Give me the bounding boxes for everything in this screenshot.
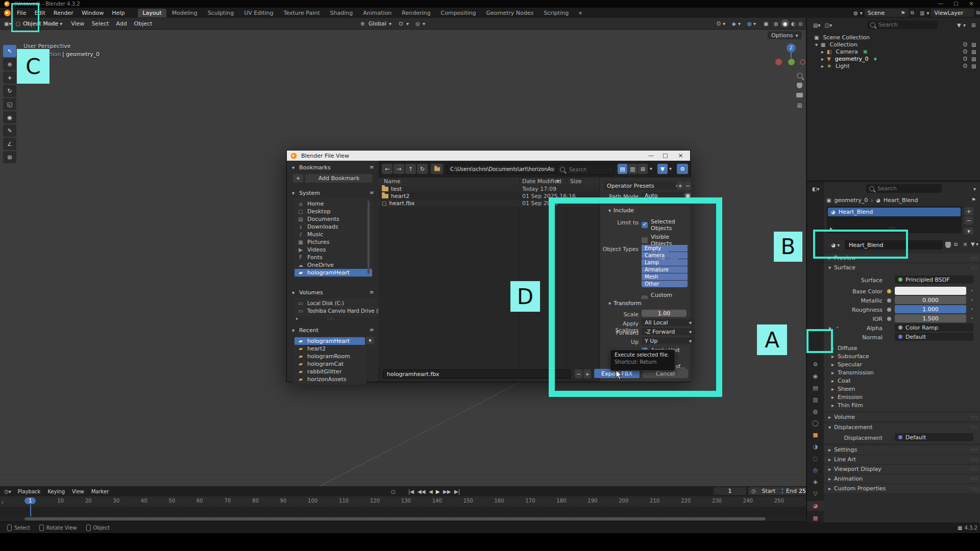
- unlink-material-icon[interactable]: ×: [963, 241, 968, 248]
- frame-number[interactable]: 80: [252, 498, 259, 504]
- slot-specials-button[interactable]: ▾: [964, 228, 973, 235]
- workspace-tab[interactable]: Animation: [358, 9, 396, 17]
- recent-item[interactable]: ▰rabbitGlitter: [295, 368, 365, 375]
- filter-toggle-button[interactable]: ▼: [657, 164, 668, 174]
- frame-number[interactable]: 20: [85, 498, 92, 504]
- bookmark-item[interactable]: ▰hologramHeart: [295, 269, 372, 277]
- recent-options-button[interactable]: ▾: [366, 337, 374, 344]
- new-folder-button[interactable]: [431, 164, 443, 174]
- copy-viewlayer-icon[interactable]: ⧉: [976, 10, 979, 16]
- animate-dot[interactable]: •: [971, 288, 973, 293]
- workspace-tab[interactable]: Geometry Nodes: [481, 9, 538, 17]
- collapsed-panel-header[interactable]: ▸Viewport Display∷∷: [824, 465, 980, 473]
- bookmark-item[interactable]: ▤Documents: [295, 215, 372, 223]
- view-horizontal-list-button[interactable]: ▥: [628, 164, 638, 174]
- collapsed-panel-header[interactable]: ▸Animation∷∷: [824, 474, 980, 483]
- timeline-menu-item[interactable]: Playback: [14, 489, 44, 494]
- collapse-icon[interactable]: ▾: [292, 190, 295, 196]
- scene-tab[interactable]: ◍: [807, 408, 824, 415]
- outliner-row-collection[interactable]: ▾ ▦ Collection ʘ ▨: [807, 41, 980, 48]
- dialog-close-button[interactable]: ×: [678, 152, 683, 159]
- frame-number[interactable]: 1: [24, 497, 36, 504]
- column-name[interactable]: Name: [384, 178, 400, 185]
- frame-number[interactable]: 190: [587, 498, 597, 504]
- outliner-row-light[interactable]: ▸ ☀ Light ʘ ▨: [807, 62, 980, 69]
- outliner-row-scene-collection[interactable]: ▣ Scene Collection: [807, 34, 980, 41]
- properties-editor-icon[interactable]: ◧: [812, 186, 817, 192]
- workspace-tab[interactable]: Modeling: [167, 9, 202, 17]
- timeline-scrollbar[interactable]: [24, 517, 766, 520]
- auto-key-icon[interactable]: ○: [391, 489, 396, 494]
- jump-to-end-icon[interactable]: ▶|: [454, 489, 460, 494]
- outliner-row-geometry[interactable]: ▸ ▼ geometry_0 ◈ ʘ ▨: [807, 55, 980, 62]
- hide-eye-icon[interactable]: ʘ: [963, 56, 967, 62]
- displacement-panel-header[interactable]: ▾Displacement∷∷: [824, 423, 980, 432]
- surface-shader-field[interactable]: Principled BSDF: [895, 276, 973, 284]
- world-tab[interactable]: ◯: [807, 420, 824, 427]
- gizmo-x-neg-axis[interactable]: [800, 59, 805, 65]
- normal-field[interactable]: Default: [895, 333, 973, 341]
- outliner-row-camera[interactable]: ▸ ◧ Camera ▣ ʘ ▨: [807, 48, 980, 55]
- visibility-icon[interactable]: ʘ: [717, 21, 721, 27]
- ior-slider[interactable]: 1.500: [895, 314, 966, 322]
- subsection-header[interactable]: ▸Transmission: [824, 368, 980, 377]
- column-size[interactable]: Size: [570, 178, 582, 185]
- constraints-tab[interactable]: ◈: [807, 479, 824, 485]
- disable-render-icon[interactable]: ▨: [971, 49, 976, 55]
- bookmark-item[interactable]: ▦Pictures: [295, 238, 372, 246]
- subsection-header[interactable]: ▸Emission: [824, 393, 980, 401]
- viewport-menu-item[interactable]: Add: [112, 20, 130, 27]
- dialog-minimize-button[interactable]: —: [648, 152, 654, 159]
- subsection-header[interactable]: ▸Subsurface: [824, 352, 980, 360]
- physics-tab[interactable]: ◎: [807, 467, 824, 473]
- frame-number[interactable]: 70: [224, 498, 231, 504]
- material-slot-selected[interactable]: ◕ Heart_Blend: [828, 208, 961, 216]
- timeline-menu-item[interactable]: Keying: [44, 489, 68, 494]
- frame-number[interactable]: 180: [556, 498, 566, 504]
- view-thumbnails-button[interactable]: ⊞: [638, 164, 648, 174]
- volume-item[interactable]: ▭Toshiba Canvio Hard Drive (D:): [295, 307, 376, 315]
- frame-number[interactable]: 220: [681, 498, 691, 504]
- filter-icon[interactable]: ▼: [971, 241, 975, 247]
- roughness-slider[interactable]: 1.000: [895, 305, 966, 313]
- panel-expand-icon[interactable]: ›: [2, 499, 4, 505]
- object-tab[interactable]: ■: [807, 432, 824, 438]
- timeline-menu-item[interactable]: View: [68, 489, 88, 494]
- blender-menu-icon[interactable]: [4, 10, 11, 16]
- menu-item[interactable]: Help: [108, 10, 129, 16]
- particles-tab[interactable]: ◌: [807, 455, 824, 462]
- fake-user-shield-icon[interactable]: [945, 242, 951, 248]
- duplicate-material-icon[interactable]: ⧉: [954, 241, 958, 247]
- animate-dot[interactable]: •: [971, 307, 973, 312]
- collapse-icon[interactable]: ▾: [292, 165, 295, 170]
- hide-eye-icon[interactable]: ʘ: [963, 63, 967, 69]
- annotate-tool-button[interactable]: ✎: [3, 124, 16, 137]
- copy-scene-icon[interactable]: ⧉: [911, 10, 914, 16]
- breadcrumb-material[interactable]: Heart_Blend: [884, 197, 918, 204]
- collapsed-panel-header[interactable]: ▸Settings∷∷: [824, 445, 980, 454]
- viewlayer-selector[interactable]: ▥▾ ViewLayer ⧉ ×: [920, 9, 980, 17]
- remove-slot-button[interactable]: −: [964, 216, 973, 224]
- tool-tab[interactable]: ⚙: [807, 361, 824, 368]
- drag-grip[interactable]: ∷∷: [971, 256, 977, 261]
- material-tab[interactable]: ◕: [807, 501, 824, 511]
- search-input[interactable]: [568, 166, 606, 173]
- column-date[interactable]: Date Modified: [522, 178, 561, 185]
- outliner-filter-mode-icon[interactable]: ◫: [824, 22, 829, 28]
- toggle-ortho-icon[interactable]: ⊞: [797, 102, 802, 109]
- shading-rendered-icon[interactable]: ◎: [798, 21, 803, 27]
- timeline-ruler[interactable]: 1102030405060708090100110120130140150160…: [0, 496, 806, 507]
- move-tool-button[interactable]: +: [3, 71, 16, 84]
- workspace-tab[interactable]: Rendering: [397, 9, 435, 17]
- timeline-channels[interactable]: [0, 507, 806, 516]
- dialog-titlebar[interactable]: Blender File View — □ ×: [287, 151, 690, 161]
- frame-number[interactable]: 210: [650, 498, 659, 504]
- menu-grip-icon[interactable]: ≡: [370, 164, 374, 170]
- subsection-header[interactable]: ▸Specular: [824, 360, 980, 368]
- menu-item[interactable]: Window: [78, 10, 108, 16]
- expand-icon[interactable]: ▸: [821, 63, 824, 69]
- frame-number[interactable]: 90: [280, 498, 287, 504]
- scale-tool-button[interactable]: ◱: [3, 98, 16, 110]
- pan-hand-icon[interactable]: [797, 83, 802, 88]
- frame-number[interactable]: 160: [495, 498, 504, 504]
